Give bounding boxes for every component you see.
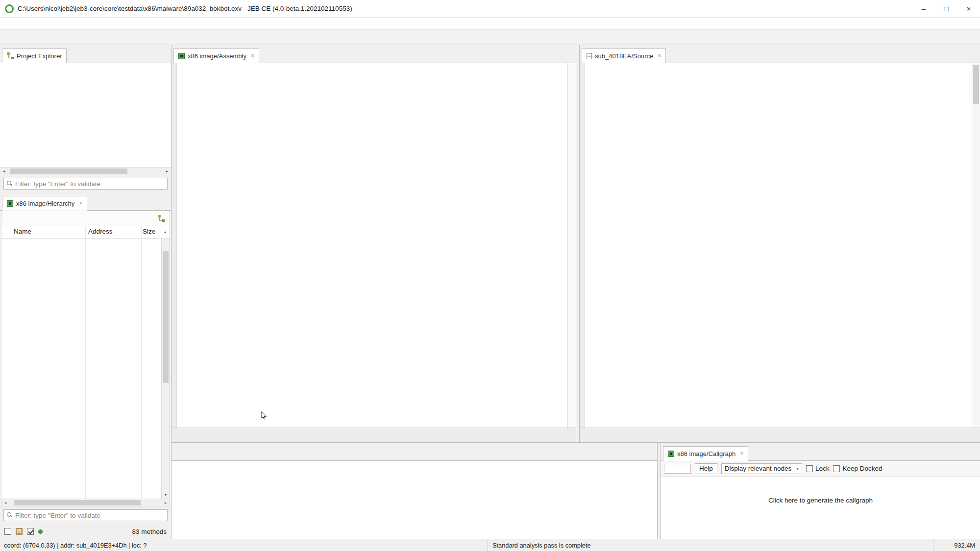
node-mode-value: Display relevant nodes — [725, 465, 792, 472]
method-dot-icon — [38, 529, 43, 534]
node-mode-select[interactable]: Display relevant nodes ▾ — [721, 463, 802, 474]
hierarchy-toolbar — [1, 211, 170, 226]
chip-icon — [178, 53, 185, 59]
callgraph-search-input[interactable] — [664, 464, 691, 474]
hierarchy-header: Name Address Size ▴ — [1, 226, 170, 239]
scroll-thumb[interactable] — [163, 251, 169, 383]
window-controls: – □ × — [912, 0, 980, 18]
status-message: Standard analysis pass is complete — [488, 542, 933, 549]
hierarchy-filter-input[interactable] — [15, 512, 164, 519]
column-separator — [141, 239, 142, 499]
scroll-down-icon[interactable]: ▾ — [162, 493, 170, 497]
memory-usage[interactable]: 932.4M — [933, 542, 980, 549]
column-separator — [85, 239, 86, 499]
lock-label: Lock — [815, 465, 830, 472]
callgraph-hint[interactable]: Click here to generate the callgraph — [768, 497, 873, 504]
column-separator — [141, 226, 142, 238]
title-bar: C:\Users\nicol\jeb2\jeb3-core\core\testd… — [0, 0, 980, 18]
tab-label: x86 image/Hierarchy — [16, 200, 74, 207]
assembly-overview-scrollbar[interactable] — [567, 63, 576, 428]
tree-filter-input[interactable] — [15, 180, 164, 188]
chip-icon — [668, 451, 674, 457]
hierarchy-hscrollbar[interactable]: ◂ ▸ — [1, 499, 170, 506]
mouse-cursor-icon — [261, 411, 268, 420]
assembly-listing[interactable] — [172, 63, 576, 428]
close-icon[interactable]: × — [79, 200, 82, 207]
scroll-right-icon[interactable]: ▸ — [162, 501, 170, 505]
assembly-gutter — [172, 63, 177, 428]
filter-field — [3, 178, 168, 190]
scroll-left-icon[interactable]: ◂ — [1, 501, 9, 505]
column-header-address[interactable]: Address — [88, 228, 113, 235]
keep-docked-checkbox[interactable] — [833, 465, 840, 472]
jeb-logo-icon — [5, 4, 14, 13]
scroll-thumb[interactable] — [973, 65, 979, 104]
callgraph-toolbar: Help Display relevant nodes ▾ Lock Keep … — [661, 461, 980, 477]
source-vscrollbar[interactable] — [972, 63, 980, 428]
scroll-left-icon[interactable]: ◂ — [0, 169, 8, 173]
keep-docked-label: Keep Docked — [842, 465, 882, 472]
chevron-down-icon: ▾ — [796, 466, 799, 471]
window-title: C:\Users\nicol\jeb2\jeb3-core\core\testd… — [18, 5, 352, 12]
keep-docked-option[interactable]: Keep Docked — [833, 465, 882, 472]
scroll-up-icon[interactable]: ▴ — [162, 230, 169, 234]
source-code[interactable] — [580, 63, 980, 428]
tab-project-explorer[interactable]: Project Explorer — [2, 48, 67, 63]
tab-label: x86 image/Callgraph — [677, 450, 735, 457]
hierarchy-vscrollbar[interactable]: ▾ — [161, 239, 170, 499]
help-button[interactable]: Help — [695, 463, 717, 474]
filter-checkbox[interactable] — [4, 528, 11, 535]
column-separator — [85, 226, 86, 238]
close-icon[interactable]: × — [740, 450, 743, 457]
column-header-size[interactable]: Size — [143, 228, 155, 235]
search-icon — [7, 512, 13, 518]
tab-hierarchy[interactable]: x86 image/Hierarchy × — [2, 196, 87, 211]
close-icon[interactable]: × — [251, 52, 254, 59]
tab-callgraph[interactable]: x86 image/Callgraph × — [663, 446, 748, 461]
hierarchy-tabbar: x86 image/Hierarchy × — [0, 192, 171, 211]
status-bar: coord: (6704,0,33) | addr: sub_4019E3+4D… — [0, 539, 980, 551]
lock-checkbox[interactable] — [806, 465, 813, 472]
source-panel: sub_4018EA/Source × — [579, 45, 980, 442]
tab-assembly-view[interactable]: x86 image/Assembly × — [173, 48, 259, 63]
show-methods-checkbox[interactable] — [27, 528, 34, 535]
close-icon[interactable]: × — [658, 52, 661, 59]
tab-label: sub_4018EA/Source — [595, 52, 653, 60]
scroll-right-icon[interactable]: ▸ — [163, 169, 171, 173]
assembly-tabbar: x86 image/Assembly × — [172, 45, 576, 63]
scroll-track[interactable] — [9, 499, 162, 506]
source-gutter — [580, 63, 585, 428]
minimize-button[interactable]: – — [912, 0, 935, 18]
hierarchy-filter — [0, 506, 171, 524]
search-icon — [7, 181, 13, 187]
tab-label: x86 image/Assembly — [188, 52, 246, 60]
grid-icon[interactable] — [16, 528, 23, 535]
close-button[interactable]: × — [957, 0, 980, 18]
workspace: Project Explorer ◂ ▸ x86 image/Hierarchy… — [0, 45, 980, 539]
lock-option[interactable]: Lock — [806, 465, 830, 472]
tree-hscrollbar[interactable]: ◂ ▸ — [0, 167, 171, 175]
source-bottom-tabs — [580, 428, 980, 442]
column-header-name[interactable]: Name — [14, 228, 31, 235]
tab-source-view[interactable]: sub_4018EA/Source × — [582, 48, 666, 63]
hierarchy-body: ▾ — [1, 239, 170, 499]
project-tree — [0, 63, 171, 167]
status-coordinates: coord: (6704,0,33) | addr: sub_4019E3+4D… — [0, 542, 488, 549]
flat-tree-toggle-icon[interactable] — [158, 215, 165, 222]
logger-tabbar — [172, 443, 657, 461]
method-count: 83 methods — [132, 528, 167, 535]
logger-output[interactable] — [172, 461, 657, 539]
document-icon — [587, 53, 592, 59]
assembly-bottom-tabs — [172, 428, 576, 442]
maximize-button[interactable]: □ — [935, 0, 957, 18]
callgraph-canvas[interactable]: Click here to generate the callgraph — [661, 477, 980, 539]
hierarchy-panel: Name Address Size ▴ ▾ — [1, 211, 170, 499]
tree-icon — [7, 52, 14, 59]
scroll-thumb[interactable] — [14, 500, 141, 505]
scroll-thumb[interactable] — [10, 168, 127, 174]
project-explorer-tabbar: Project Explorer — [0, 45, 171, 63]
callgraph-panel: x86 image/Callgraph × Help Display relev… — [661, 443, 980, 539]
toolbar — [0, 29, 980, 45]
scroll-track[interactable] — [8, 168, 163, 175]
left-panel: Project Explorer ◂ ▸ x86 image/Hierarchy… — [0, 45, 172, 539]
